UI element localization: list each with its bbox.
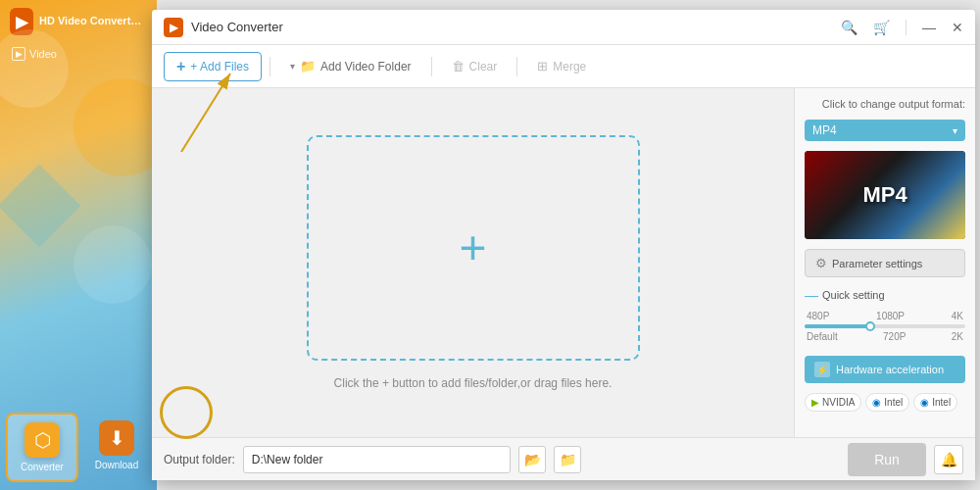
clear-button[interactable]: 🗑 Clear	[440, 55, 510, 77]
deco-circle2	[74, 78, 157, 176]
quick-setting-text: Quick setting	[822, 289, 885, 301]
open-folder-button[interactable]: 📁	[554, 446, 581, 473]
drop-zone-hint: Click the + button to add files/folder,o…	[334, 376, 612, 390]
left-sidebar: ▶ HD Video Converter Fa... ▶ Video ⬡ Con…	[0, 0, 157, 490]
title-bar: ▶ Video Converter 🔍 🛒 — ✕	[152, 10, 975, 45]
add-video-folder-label: Add Video Folder	[320, 60, 412, 74]
slider-thumb[interactable]	[865, 321, 875, 331]
nvidia-label: NVIDIA	[822, 397, 855, 408]
run-button[interactable]: Run	[848, 443, 926, 476]
alarm-icon: 🔔	[941, 452, 957, 467]
toolbar-sep2	[431, 57, 432, 76]
download-label: Download	[95, 460, 138, 470]
clear-label: Clear	[469, 60, 498, 74]
merge-label: Merge	[553, 60, 586, 74]
content-area: + Click the + button to add files/folder…	[152, 88, 975, 437]
add-files-label: + Add Files	[190, 60, 249, 74]
brand-intel-chip: ◉ Intel	[865, 393, 909, 412]
title-bar-title: Video Converter	[191, 20, 283, 34]
format-selector[interactable]: MP4 ▾	[805, 120, 965, 141]
output-folder-label: Output folder:	[164, 453, 235, 466]
nvidia-icon: ▶	[811, 397, 819, 408]
add-video-folder-button[interactable]: ▾ 📁 Add Video Folder	[278, 55, 423, 77]
add-files-plus-icon: +	[176, 59, 185, 74]
search-icon[interactable]: 🔍	[841, 20, 858, 35]
quick-setting-section: — Quick setting 480P 1080P 4K Default	[805, 287, 965, 346]
merge-icon: ⊞	[537, 59, 548, 74]
quality-slider-track[interactable]	[805, 324, 965, 328]
folder-nav-icon: 📁	[560, 452, 576, 467]
slider-fill	[805, 324, 869, 328]
toolbar-sep1	[270, 57, 270, 76]
download-icon: ⬇	[99, 420, 134, 456]
slider-labels-bottom: Default 720P 2K	[805, 331, 965, 342]
slider-label-1080p: 1080P	[876, 311, 905, 321]
intel2-label: Intel	[932, 397, 951, 408]
dropdown-arrow-icon: ▾	[290, 61, 295, 72]
slider-label-480p: 480P	[807, 311, 829, 321]
folder-icon: 📁	[300, 59, 316, 74]
slider-labels-top: 480P 1080P 4K	[805, 311, 965, 321]
converter-label: Converter	[21, 462, 64, 472]
app-logo-text: HD Video Converter Fa...	[39, 15, 147, 27]
sidebar-tool-download[interactable]: ⬇ Download	[82, 413, 151, 482]
cart-icon[interactable]: 🛒	[873, 20, 890, 35]
title-bar-left: ▶ Video Converter	[164, 18, 283, 37]
brand-intel2-chip: ◉ Intel	[913, 393, 957, 412]
intel-label: Intel	[884, 397, 903, 408]
param-settings-label: Parameter settings	[832, 258, 922, 270]
drop-zone-plus-icon: +	[459, 224, 486, 271]
deco-diamond	[0, 165, 80, 248]
title-app-icon: ▶	[164, 18, 183, 37]
add-files-button[interactable]: + + Add Files	[164, 52, 262, 81]
main-window: ▶ Video Converter 🔍 🛒 — ✕ + + Add Files …	[152, 10, 975, 480]
toolbar-sep3	[516, 57, 517, 76]
param-settings-button[interactable]: ⚙ Parameter settings	[805, 249, 965, 277]
title-bar-controls: 🔍 🛒 — ✕	[841, 20, 963, 35]
merge-button[interactable]: ⊞ Merge	[525, 55, 598, 77]
hw-accel-button[interactable]: ⚡ Hardware acceleration	[805, 356, 965, 383]
format-selector-text: MP4	[812, 123, 837, 137]
slider-label-default: Default	[807, 331, 838, 342]
brand-chips: ▶ NVIDIA ◉ Intel ◉ Intel	[805, 393, 965, 412]
quick-setting-slider-area: 480P 1080P 4K Default 720P 2K	[805, 307, 965, 346]
quick-setting-dash-icon: —	[805, 287, 818, 303]
clear-icon: 🗑	[452, 59, 465, 74]
folder-open-icon: 📂	[524, 452, 541, 467]
converter-icon: ⬡	[24, 422, 60, 458]
close-button[interactable]: ✕	[952, 20, 963, 35]
run-label: Run	[874, 452, 900, 467]
browse-folder-button[interactable]: 📂	[518, 446, 546, 473]
quick-setting-label: — Quick setting	[805, 287, 965, 303]
output-folder-input[interactable]	[243, 446, 512, 473]
param-settings-icon: ⚙	[815, 256, 827, 270]
hw-accel-icon: ⚡	[814, 362, 830, 377]
deco-circle1	[0, 29, 69, 108]
bottom-bar: Output folder: 📂 📁 Run 🔔	[152, 437, 975, 480]
alarm-button[interactable]: 🔔	[934, 445, 963, 474]
titlebar-separator	[906, 20, 906, 35]
drop-zone[interactable]: +	[307, 135, 640, 361]
sidebar-tools: ⬡ Converter ⬇ Download	[0, 405, 157, 490]
format-preview-label: MP4	[862, 182, 906, 208]
toolbar: + + Add Files ▾ 📁 Add Video Folder 🗑 Cle…	[152, 45, 975, 88]
sidebar-tool-converter[interactable]: ⬡ Converter	[6, 413, 78, 482]
hw-accel-label: Hardware acceleration	[836, 364, 944, 375]
output-format-label: Click to change output format:	[805, 98, 965, 110]
drop-zone-container: + Click the + button to add files/folder…	[152, 88, 794, 437]
slider-label-2k: 2K	[952, 331, 963, 342]
intel-icon: ◉	[872, 397, 881, 408]
intel2-icon: ◉	[920, 397, 929, 408]
brand-nvidia-chip: ▶ NVIDIA	[805, 393, 861, 412]
format-selector-arrow-icon: ▾	[953, 125, 957, 136]
minimize-button[interactable]: —	[922, 20, 936, 35]
slider-label-4k: 4K	[952, 311, 963, 321]
right-panel: Click to change output format: MP4 ▾ MP4…	[794, 88, 975, 437]
deco-circle3	[74, 225, 152, 304]
format-preview: MP4	[805, 151, 965, 239]
slider-label-720p: 720P	[883, 331, 906, 342]
